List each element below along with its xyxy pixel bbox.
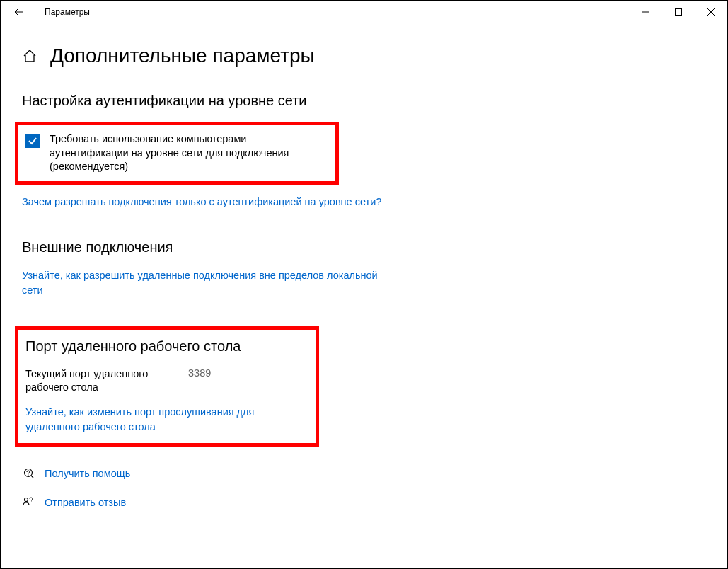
svg-point-7 bbox=[31, 502, 32, 502]
port-help-link[interactable]: Узнайте, как изменить порт прослушивания… bbox=[25, 405, 308, 435]
close-icon bbox=[707, 8, 715, 16]
feedback-row: Отправить отзыв bbox=[22, 495, 706, 510]
svg-point-6 bbox=[25, 498, 28, 502]
nla-checkbox-label: Требовать использование компьютерами аут… bbox=[50, 132, 328, 174]
svg-point-5 bbox=[28, 475, 28, 476]
external-heading: Внешние подключения bbox=[22, 239, 397, 255]
page-header: Дополнительные параметры bbox=[22, 45, 706, 67]
content-area: Дополнительные параметры Настройка аутен… bbox=[1, 23, 727, 546]
get-help-link[interactable]: Получить помощь bbox=[45, 466, 130, 481]
help-icon bbox=[22, 467, 35, 480]
minimize-icon bbox=[642, 8, 649, 16]
checkmark-icon bbox=[28, 136, 37, 146]
nla-section: Настройка аутентификации на уровне сети … bbox=[22, 93, 397, 209]
page-title: Дополнительные параметры bbox=[50, 45, 315, 67]
svg-rect-1 bbox=[676, 9, 682, 16]
port-value: 3389 bbox=[188, 367, 211, 395]
maximize-icon bbox=[675, 8, 682, 16]
nla-checkbox-row: Требовать использование компьютерами аут… bbox=[25, 132, 328, 174]
external-help-link[interactable]: Узнайте, как разрешить удаленные подключ… bbox=[22, 268, 397, 298]
window-title: Параметры bbox=[45, 7, 90, 17]
footer-links: Получить помощь Отправить отзыв bbox=[22, 466, 706, 510]
nla-help-link[interactable]: Зачем разрешать подключения только с аут… bbox=[22, 195, 381, 209]
feedback-icon bbox=[22, 496, 35, 509]
port-label: Текущий порт удаленного рабочего стола bbox=[25, 367, 153, 395]
maximize-button[interactable] bbox=[662, 1, 695, 23]
port-heading: Порт удаленного рабочего стола bbox=[25, 338, 308, 355]
send-feedback-link[interactable]: Отправить отзыв bbox=[45, 495, 126, 510]
arrow-left-icon bbox=[14, 7, 24, 17]
home-icon bbox=[22, 48, 37, 64]
close-button[interactable] bbox=[695, 1, 727, 23]
external-connections-section: Внешние подключения Узнайте, как разреши… bbox=[22, 239, 397, 298]
nla-heading: Настройка аутентификации на уровне сети bbox=[22, 93, 397, 109]
home-button[interactable] bbox=[22, 48, 37, 64]
window-controls bbox=[630, 1, 727, 23]
port-row: Текущий порт удаленного рабочего стола 3… bbox=[25, 367, 308, 395]
titlebar: Параметры bbox=[1, 1, 727, 23]
minimize-button[interactable] bbox=[630, 1, 662, 23]
back-button[interactable] bbox=[8, 1, 30, 23]
highlight-box-nla: Требовать использование компьютерами аут… bbox=[15, 122, 339, 185]
get-help-row: Получить помощь bbox=[22, 466, 706, 481]
nla-checkbox[interactable] bbox=[25, 134, 40, 148]
highlight-box-port: Порт удаленного рабочего стола Текущий п… bbox=[15, 326, 319, 447]
